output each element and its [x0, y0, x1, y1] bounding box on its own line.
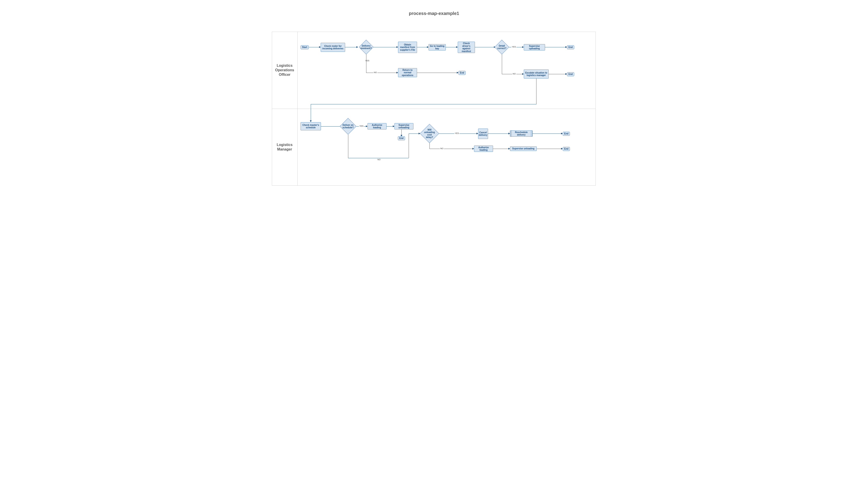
check-driver-step: Check driver's against manifest: [458, 42, 475, 53]
edge: [533, 133, 561, 134]
end-terminator: End: [567, 45, 574, 49]
arrow-icon: [476, 133, 478, 134]
arrow-icon: [561, 148, 563, 150]
edge: [536, 79, 536, 104]
end-terminator: End: [398, 136, 405, 140]
arrow-icon: [427, 46, 429, 48]
deliver-on-schedule-decision: Deliver on schedule?: [342, 120, 354, 132]
diagram-title: process-map-example1: [269, 11, 599, 16]
arrow-icon: [319, 46, 321, 48]
node-label: Reschedule delivery: [511, 131, 531, 136]
edge: [373, 47, 397, 47]
edge: [417, 47, 427, 47]
go-loading-bay-step: Go to loading bay: [429, 44, 446, 51]
arrow-icon: [393, 125, 394, 127]
supervise-unloading-step: Supervise unloading: [394, 123, 413, 129]
edge-label-yes: YES: [511, 46, 516, 48]
process-map-canvas: process-map-example1 Logistics Operation…: [269, 0, 599, 189]
edge: [386, 126, 393, 127]
check-master-schedule-step: Check master's schedule: [300, 122, 321, 130]
edge: [409, 126, 409, 127]
detail-correct-decision: Detail correct?: [497, 42, 507, 52]
edge-label-no: NO: [512, 73, 516, 75]
supervise-unloading-step-2: Supervise unloading: [510, 146, 537, 151]
start-terminator: Start: [300, 45, 309, 49]
arrow-icon: [310, 120, 312, 122]
authorize-loading-step-2: Authorize loading: [474, 145, 493, 152]
arrow-icon: [457, 72, 458, 73]
edge-label-no: NO: [377, 158, 381, 161]
check-roster-step: Check roster for incoming deliveries: [321, 43, 345, 52]
arrow-icon: [522, 46, 524, 48]
edge: [401, 129, 402, 135]
edge: [311, 104, 536, 104]
cancel-delivery-step: Cancel delivery: [478, 129, 488, 139]
arrow-icon: [472, 148, 474, 150]
arrow-icon: [396, 72, 398, 73]
edge: [488, 133, 509, 134]
escalate-step: Escalate situation to logistics manager: [524, 70, 549, 79]
arrow-icon: [509, 148, 510, 150]
arrow-icon: [396, 46, 398, 48]
edge: [345, 47, 357, 47]
edge-label-no: NO: [440, 147, 444, 150]
edge-label-no: NO: [373, 71, 378, 73]
edge: [446, 47, 457, 47]
end-terminator: End: [567, 72, 574, 76]
edge: [321, 126, 341, 127]
arrow-icon: [565, 46, 567, 48]
edge: [309, 47, 320, 47]
edge-label-yes: YES: [359, 125, 364, 127]
arrow-icon: [456, 46, 458, 48]
edge: [429, 143, 430, 149]
edge: [545, 47, 566, 47]
arrow-icon: [509, 133, 510, 134]
return-normal-step: Return to normal operations: [398, 68, 417, 77]
edge-label-yes: YES: [365, 59, 370, 62]
edge: [475, 47, 495, 47]
arrow-icon: [522, 73, 524, 75]
edge: [502, 54, 502, 74]
arrow-icon: [356, 46, 358, 48]
end-terminator: End: [563, 147, 570, 151]
end-terminator: End: [563, 132, 570, 136]
arrow-icon: [565, 73, 567, 75]
arrow-icon: [366, 125, 368, 127]
edge: [409, 133, 409, 158]
arrow-icon: [561, 133, 563, 134]
lane-header-manager: Logistics Manager: [272, 109, 297, 186]
delivery-imminent-decision: Delivery imminent?: [361, 42, 371, 52]
will-unloading-cost-delay-decision: Will unloading cost delay?: [423, 127, 436, 140]
supervise-uploading-step: Supervise uploading: [524, 44, 545, 51]
edge: [409, 133, 419, 134]
obtain-manifest-step: Obtain manifest from supplier's File: [398, 42, 417, 53]
reschedule-delivery-step: Reschedule delivery: [510, 130, 533, 137]
lane-header-operations-officer: Logistics Operations Officer: [272, 32, 297, 109]
swimlane-row-divider: [272, 109, 596, 109]
edge: [311, 104, 311, 121]
edge-label-yes: YES: [454, 132, 459, 134]
authorize-loading-step: Authorize loading: [368, 123, 386, 129]
end-terminator: End: [458, 71, 466, 75]
